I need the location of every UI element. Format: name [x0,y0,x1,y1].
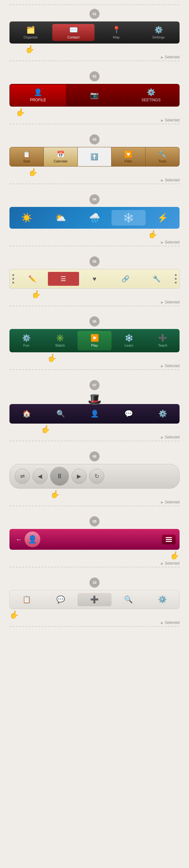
bottom-notes[interactable]: 📋 [10,593,44,606]
wood-item-calendar[interactable]: 📅 Calendar [44,147,78,166]
dark-search[interactable]: 🔍 [43,407,77,421]
selected-label-01: Selected [161,55,180,59]
notepad-pencil[interactable]: ✏️ [17,272,48,286]
notepad-wrench[interactable]: 🔧 [141,272,172,286]
divider-top-01 [9,4,180,5]
section-05: 05 ✏️ ☰ ♥ 🔗 🔧 👆 Selected [0,251,189,311]
selected-label-08: Selected [161,500,180,504]
bottom-chat[interactable]: 💬 [44,593,78,606]
notepad-list[interactable]: ☰ [48,272,79,286]
green-play[interactable]: ▶️ Play [77,331,111,350]
step-number-04: 04 [89,194,100,205]
calendar-icon: 📅 [57,150,65,158]
weather-sunny[interactable]: ☀️ [9,210,43,225]
tab-contact[interactable]: ✉️ Contact [52,24,95,41]
tab-map-label: Map [113,35,119,39]
cursor-06: 👆 [47,353,57,363]
play-icon: ▶️ [90,334,99,342]
notes-icon: 📋 [23,595,31,604]
bottom-search[interactable]: 🔍 [112,593,146,606]
avatar-hat: 🎩 [87,393,102,406]
fun-icon: ⚙️ [22,334,31,342]
teach-icon: ➕ [158,334,167,342]
darkbar-07: 🏠 🔍 👤 💬 ⚙️ [9,404,180,424]
selected-label-05: Selected [161,300,180,304]
dark-chat[interactable]: 💬 [112,407,146,421]
cursor-08: 👆 [50,490,60,499]
tab-organize[interactable]: 🗂️ Organize [9,24,52,41]
green-fun[interactable]: ⚙️ Fun [9,331,43,350]
cog-icon: ⚙️ [158,410,167,418]
tab-settings[interactable]: ⚙️ Settings [137,24,180,41]
profile-item-camera[interactable]: 📷 [67,87,123,103]
organize-icon: 🗂️ [27,26,35,34]
tab-map[interactable]: 📍 Map [95,24,137,41]
next-button[interactable]: ▶ [72,469,87,484]
menu-line-1 [166,537,172,538]
section-04: 04 ☀️ ⛅ 🌧️ ❄️ ⚡ 👆 Selected [0,189,189,251]
green-learn[interactable]: ❄️ Learn [112,331,146,350]
selected-label-09: Selected [161,561,180,565]
tab-contact-label: Contact [67,35,79,39]
bottom-settings[interactable]: ⚙️ [145,593,179,606]
cursor-10: 👆 [9,610,19,619]
section-10: 10 📋 💬 ➕ 🔍 ⚙️ 👆 Selected [0,572,189,631]
wood-item-filter[interactable]: 🔽 Filter [112,147,146,166]
weather-storm[interactable]: ⚡ [146,210,180,225]
back-button[interactable]: ← [13,533,25,546]
ring-5 [175,278,177,280]
profile-person-icon: 👤 [34,88,42,96]
shuffle-button[interactable]: ⇌ [15,469,30,484]
camera-icon: 📷 [90,91,99,99]
step-number-10: 10 [89,578,100,588]
pause-button[interactable]: ⏸ [50,467,69,486]
step-number-07: 07 [89,380,100,390]
notepad-heart[interactable]: ♥ [79,272,110,286]
prev-button[interactable]: ◀ [32,469,47,484]
pinkbar-09: ← 👤 [9,529,180,550]
wood-item-tools[interactable]: 🔧 Tools [146,147,179,166]
dark-person[interactable]: 👤 [77,407,112,421]
notepad-link[interactable]: 🔗 [110,272,141,286]
wood-item-task[interactable]: 📋 Task [10,147,44,166]
menu-line-3 [166,541,172,542]
menu-button[interactable] [162,535,176,545]
step-number-01: 01 [89,9,100,19]
step-number-03: 03 [89,134,100,145]
divider-bottom-03 [9,184,180,184]
tools-icon: 🔧 [158,150,166,158]
settings-icon: ⚙️ [154,26,163,34]
task-label: Task [23,159,30,163]
weather-snow[interactable]: ❄️ [112,210,146,225]
selected-label-04: Selected [161,240,180,244]
profile-item-settings[interactable]: ⚙️ SEETINGS [123,85,179,106]
bottom-add[interactable]: ➕ [77,593,112,606]
wood-item-upload[interactable]: ⬆️ [78,147,112,166]
repeat-button[interactable]: ↻ [89,469,104,484]
watch-icon: ✳️ [56,334,64,342]
profile-item-profile[interactable]: 👤 PROFILE [10,85,67,106]
selected-label-02: Selected [161,118,180,122]
cursor-02: 👆 [16,108,25,117]
profile-label: PROFILE [30,98,46,102]
play-label: Play [91,343,98,347]
dark-cog[interactable]: ⚙️ [146,407,180,421]
selected-label-06: Selected [161,364,180,368]
section-03: 03 📋 Task 📅 Calendar ⬆️ 🔽 Filter 🔧 Tools… [0,129,189,189]
weather-rainy[interactable]: 🌧️ [77,210,112,225]
section-06: 06 ⚙️ Fun ✳️ Watch ▶️ Play ❄️ Learn ➕ Te… [0,311,189,374]
dark-home[interactable]: 🏠 [9,407,43,421]
home-icon: 🏠 [23,410,31,418]
tools-label: Tools [158,159,166,163]
chat-icon: 💬 [124,410,133,418]
divider-bottom-10 [9,626,180,627]
green-watch[interactable]: ✳️ Watch [43,331,77,350]
green-teach[interactable]: ➕ Teach [146,331,180,350]
section-08: 08 ⇌ ◀ ⏸ ▶ ↻ 👆 Selected [0,446,189,510]
contact-icon: ✉️ [69,26,78,34]
section-07: 07 🎩 🏠 🔍 👤 💬 ⚙️ 👆 Selected [0,374,189,446]
search-icon: 🔍 [56,410,65,418]
cursor-03: 👆 [28,168,38,177]
divider-bottom-02 [9,124,180,124]
weather-cloudy[interactable]: ⛅ [43,210,77,225]
